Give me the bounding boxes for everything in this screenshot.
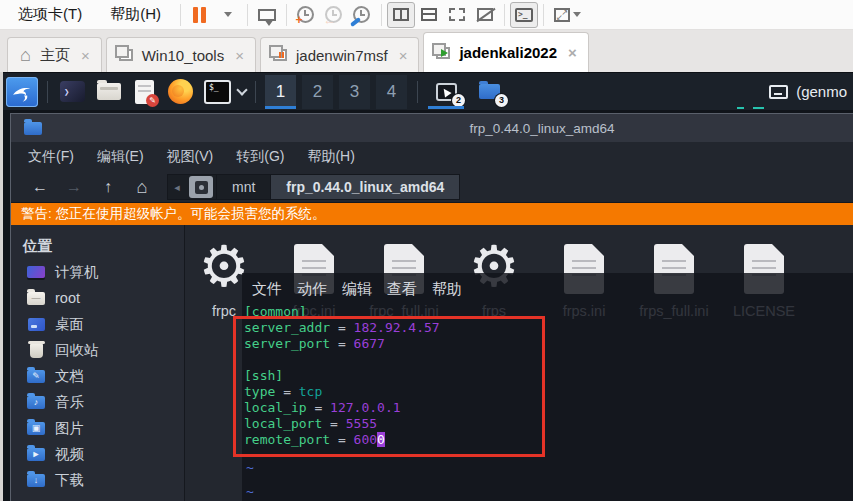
sidebar-item-root[interactable]: — root bbox=[11, 285, 184, 311]
term-menu-file[interactable]: 文件 bbox=[252, 280, 282, 299]
close-icon[interactable]: × bbox=[397, 48, 410, 63]
tab-home[interactable]: ⌂ 主页 × bbox=[7, 37, 102, 72]
sidebar-item-computer[interactable]: 计算机 bbox=[11, 259, 184, 285]
workspace-1[interactable]: 1 bbox=[265, 75, 296, 109]
schedule-configure-button[interactable] bbox=[348, 2, 376, 28]
toolbar-separator bbox=[381, 4, 382, 26]
home-icon: ⌂ bbox=[20, 46, 31, 64]
launcher-terminal[interactable]: ❯ bbox=[57, 76, 88, 107]
root-warning-banner: 警告: 您正在使用超级帐户。可能会损害您的系统。 bbox=[11, 203, 853, 225]
kali-menu-button[interactable] bbox=[6, 77, 38, 107]
split-horizontal-button[interactable] bbox=[415, 2, 443, 28]
places-sidebar: 位置 计算机 — root 桌面 回收站 bbox=[11, 225, 185, 501]
launcher-firefox[interactable] bbox=[165, 76, 196, 107]
sidebar-item-documents[interactable]: ✎ 文档 bbox=[11, 363, 184, 389]
pause-dropdown-button[interactable] bbox=[214, 2, 242, 28]
file-manager-toolbar: ← → ↑ ⌂ ◂ mnt frp_0.44.0_linux_amd64 bbox=[11, 172, 853, 203]
term-menu-help[interactable]: 帮助 bbox=[432, 280, 462, 299]
sidebar-label: 图片 bbox=[55, 419, 84, 438]
panel-separator bbox=[47, 81, 48, 103]
launcher-file-manager[interactable] bbox=[93, 76, 124, 107]
warning-text: 警告: 您正在使用超级帐户。可能会损害您的系统。 bbox=[21, 205, 326, 223]
sidebar-item-pictures[interactable]: ▣ 图片 bbox=[11, 415, 184, 441]
screen: 选项卡(T) 帮助(H) + ← bbox=[0, 0, 853, 501]
frame-off-icon bbox=[477, 8, 493, 21]
split-horizontal-icon bbox=[421, 8, 437, 21]
pause-sessions-icon bbox=[193, 7, 206, 23]
tab-jadenwin7msf[interactable]: jadenwin7msf × bbox=[260, 37, 419, 72]
menu-edit[interactable]: 编辑(E) bbox=[97, 148, 144, 166]
taskbar-terminal-group[interactable]: 2 bbox=[427, 75, 465, 109]
vim-tilde: ~ bbox=[246, 460, 254, 475]
up-button[interactable]: ↑ bbox=[91, 178, 125, 196]
window-count-badge: 2 bbox=[452, 94, 465, 107]
music-folder-icon: ♪ bbox=[26, 392, 46, 412]
places-header: 位置 bbox=[11, 233, 184, 259]
panel-status: (genmo bbox=[769, 83, 847, 100]
sidebar-item-videos[interactable]: ► 视频 bbox=[11, 441, 184, 467]
menu-help[interactable]: 帮助(H) bbox=[307, 148, 354, 166]
term-menu-actions[interactable]: 动作 bbox=[297, 280, 327, 299]
frame-button[interactable] bbox=[443, 2, 471, 28]
trash-icon bbox=[26, 340, 46, 360]
menu-view[interactable]: 视图(V) bbox=[167, 148, 214, 166]
workspace-4[interactable]: 4 bbox=[376, 75, 407, 109]
remote-desktop: frp_0.44.0_linux_amd64 文件(F) 编辑(E) 视图(V)… bbox=[0, 110, 853, 501]
sidebar-item-music[interactable]: ♪ 音乐 bbox=[11, 389, 184, 415]
fullscreen-button[interactable] bbox=[549, 2, 586, 28]
send-to-window-icon bbox=[258, 9, 276, 21]
split-vertical-button[interactable] bbox=[387, 2, 415, 28]
file-manager-icon bbox=[97, 83, 121, 100]
tab-win10-tools[interactable]: Win10_tools × bbox=[106, 37, 256, 72]
firefox-icon bbox=[168, 79, 193, 104]
dropdown-chevron-icon bbox=[224, 12, 232, 17]
home-button[interactable]: ⌂ bbox=[125, 177, 159, 198]
schedule-add-button[interactable]: + bbox=[292, 2, 320, 28]
window-titlebar[interactable]: frp_0.44.0_linux_amd64 bbox=[11, 114, 853, 142]
videos-folder-icon: ► bbox=[26, 444, 46, 464]
sidebar-label: 桌面 bbox=[55, 315, 84, 334]
back-button[interactable]: ← bbox=[23, 178, 57, 196]
path-segment-current[interactable]: frp_0.44.0_linux_amd64 bbox=[270, 175, 459, 199]
path-scroll-left-icon[interactable]: ◂ bbox=[168, 181, 186, 194]
workspace-2[interactable]: 2 bbox=[302, 75, 333, 109]
sidebar-item-trash[interactable]: 回收站 bbox=[11, 337, 184, 363]
host-menubar: 选项卡(T) 帮助(H) + ← bbox=[0, 0, 853, 30]
fullscreen-icon bbox=[554, 8, 570, 22]
menu-tabs[interactable]: 选项卡(T) bbox=[4, 2, 96, 28]
menu-go[interactable]: 转到(G) bbox=[236, 148, 284, 166]
frame-off-button[interactable] bbox=[471, 2, 499, 28]
send-to-window-button[interactable] bbox=[253, 2, 281, 28]
toolbar-separator bbox=[286, 4, 287, 26]
computer-icon bbox=[26, 262, 46, 282]
monitor-playing-icon bbox=[436, 47, 450, 59]
term-menu-edit[interactable]: 编辑 bbox=[342, 280, 372, 299]
path-segment-mnt[interactable]: mnt bbox=[216, 175, 270, 199]
menu-file[interactable]: 文件(F) bbox=[28, 148, 74, 166]
sidebar-item-desktop[interactable]: 桌面 bbox=[11, 311, 184, 337]
terminal-app-icon: ❯ bbox=[60, 81, 85, 102]
schedule-configure-icon bbox=[353, 6, 370, 23]
monitor-icon bbox=[119, 49, 133, 61]
pause-sessions-button[interactable] bbox=[186, 2, 214, 28]
workspace-3[interactable]: 3 bbox=[339, 75, 370, 109]
filesystem-button[interactable] bbox=[189, 176, 213, 198]
tab-jadenkali2022[interactable]: jadenkali2022 × bbox=[423, 32, 588, 72]
close-icon[interactable]: × bbox=[79, 48, 92, 63]
sidebar-item-downloads[interactable]: ↓ 下载 bbox=[11, 467, 184, 493]
terminal-selector[interactable]: $_ bbox=[204, 80, 246, 104]
menu-help[interactable]: 帮助(H) bbox=[96, 2, 175, 28]
folder-open-icon: — bbox=[26, 288, 46, 308]
tab-label: 主页 bbox=[40, 46, 70, 65]
kali-dragon-icon bbox=[11, 81, 33, 103]
forward-button[interactable]: → bbox=[57, 178, 91, 196]
launcher-text-editor[interactable] bbox=[129, 76, 160, 107]
close-icon[interactable]: × bbox=[233, 48, 246, 63]
desktop-icon bbox=[26, 314, 46, 334]
taskbar-filemanager-group[interactable]: 3 bbox=[470, 75, 508, 109]
schedule-undo-button[interactable]: ← bbox=[320, 2, 348, 28]
terminal-toggle-button[interactable]: >_ bbox=[510, 2, 538, 28]
frame-icon bbox=[449, 8, 465, 21]
close-icon[interactable]: × bbox=[566, 45, 579, 60]
term-menu-view[interactable]: 查看 bbox=[387, 280, 417, 299]
